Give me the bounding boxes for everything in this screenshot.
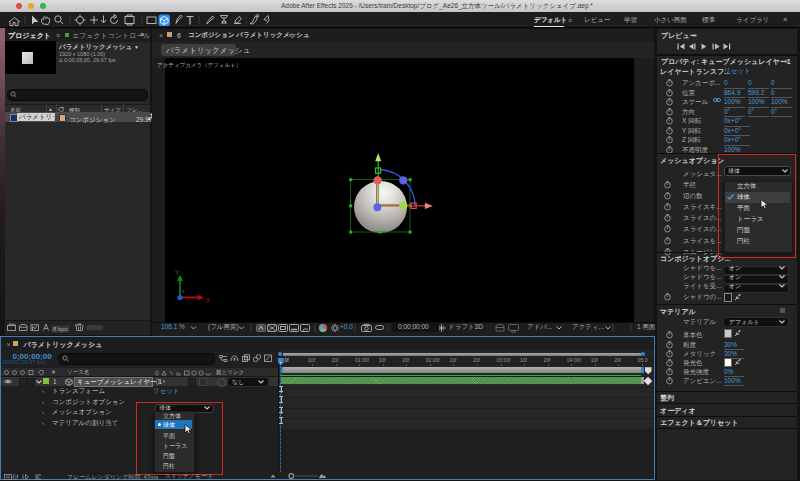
svg-text:fx: fx [176,370,182,376]
svg-text:Y: Y [175,269,180,276]
svg-text:z: z [182,288,185,294]
svg-text:X: X [206,297,211,304]
